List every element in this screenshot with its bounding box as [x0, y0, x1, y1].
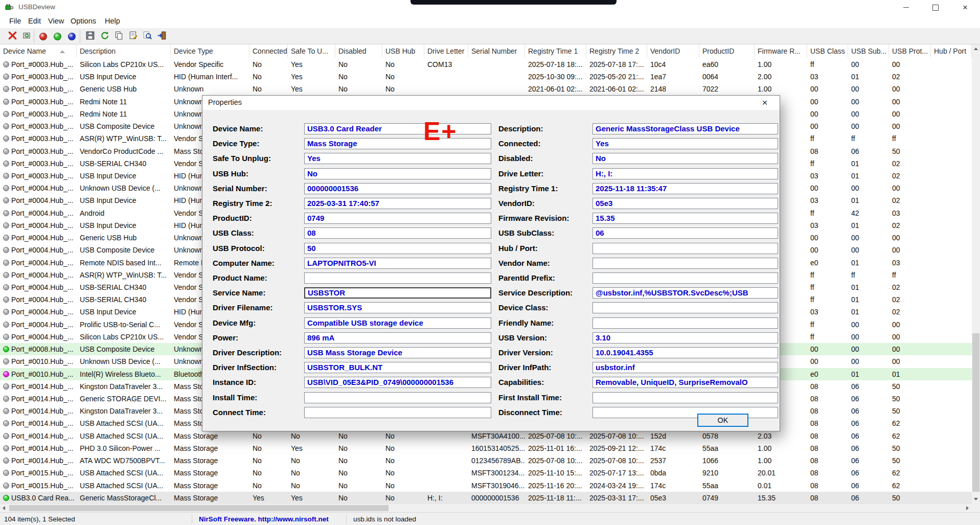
dialog-field-device-mfg-[interactable]: Compatible USB storage device: [304, 317, 491, 329]
dialog-field-device-type-[interactable]: Mass Storage: [304, 138, 491, 149]
column-header-serial-number[interactable]: Serial Number: [468, 44, 525, 58]
toolbar-refresh-button[interactable]: [98, 31, 110, 42]
column-header-productid[interactable]: ProductID: [699, 44, 755, 58]
dialog-field-usb-class-[interactable]: 08: [304, 227, 491, 239]
cell-8: MSFT3001234...: [468, 467, 525, 479]
dialog-field-safe-to-unplug-[interactable]: Yes: [304, 153, 491, 164]
toolbar-red-ball-button[interactable]: [37, 31, 49, 42]
dialog-field-friendly-name-[interactable]: [592, 317, 778, 329]
toolbar-restart-device-button[interactable]: [20, 31, 33, 42]
dialog-field-service-name-[interactable]: USBSTOR: [304, 287, 491, 299]
column-header-usb-class[interactable]: USB Class: [807, 44, 848, 58]
column-header-drive-letter[interactable]: Drive Letter: [424, 44, 468, 58]
dialog-field-drive-letter-[interactable]: H:, I:: [592, 168, 778, 179]
maximize-button[interactable]: [921, 0, 950, 15]
dialog-field-device-class-[interactable]: [592, 302, 778, 313]
column-header-device-name[interactable]: Device Name: [0, 44, 77, 58]
horizontal-scroll-thumb[interactable]: [9, 505, 389, 511]
dialog-field-disabled-[interactable]: No: [592, 153, 778, 164]
dialog-field-driver-version-[interactable]: 10.0.19041.4355: [592, 347, 778, 358]
toolbar-uninstall-x-button[interactable]: [6, 31, 18, 42]
dialog-field-connected-[interactable]: Yes: [592, 138, 778, 149]
column-header-device-type[interactable]: Device Type: [171, 44, 249, 58]
status-nirsoft-link[interactable]: NirSoft Freeware. http://www.nirsoft.net: [199, 513, 329, 525]
dialog-field-service-description-[interactable]: @usbstor.inf,%USBSTOR.SvcDesc%;USB: [592, 287, 778, 299]
dialog-field-parentid-prefix-[interactable]: [592, 272, 778, 284]
column-header-usb-sub-[interactable]: USB Sub...: [848, 44, 889, 58]
dialog-field-device-name-[interactable]: USB3.0 Card Reader: [304, 123, 491, 134]
vertical-scroll-thumb[interactable]: [972, 333, 979, 492]
column-header-disabled[interactable]: Disabled: [335, 44, 382, 58]
column-header-registry-time-2[interactable]: Registry Time 2: [586, 44, 647, 58]
dialog-field-registry-time-2-[interactable]: 2025-03-31 17:40:57: [304, 198, 491, 209]
horizontal-scrollbar[interactable]: [0, 504, 972, 512]
dialog-field-install-time-[interactable]: [304, 392, 491, 403]
column-header-usb-prot-[interactable]: USB Prot...: [889, 44, 931, 58]
column-header-connected[interactable]: Connected: [249, 44, 288, 58]
dialog-field-driver-infpath-[interactable]: usbstor.inf: [592, 362, 778, 373]
dialog-field-driver-infsection-[interactable]: USBSTOR_BULK.NT: [304, 362, 491, 373]
column-header-firmware-r-[interactable]: Firmware R...: [755, 44, 807, 58]
dialog-field-firmware-revision-[interactable]: 15.35: [592, 213, 778, 224]
dialog-field-usb-hub-[interactable]: No: [304, 168, 491, 179]
table-row[interactable]: Port_#0014.Hub_...USB Attached SCSI (UA.…: [0, 430, 972, 442]
scroll-right-icon[interactable]: [966, 506, 969, 510]
dialog-field-computer-name-[interactable]: LAPTOPNITRO5-VI: [304, 258, 491, 269]
toolbar-properties-button[interactable]: [127, 31, 139, 42]
toolbar-blue-ball-button[interactable]: [65, 31, 78, 42]
dialog-field-productid-[interactable]: 0749: [304, 213, 491, 224]
toolbar-save-button[interactable]: [84, 31, 96, 42]
column-header-registry-time-1[interactable]: Registry Time 1: [525, 44, 586, 58]
dialog-field-driver-description-[interactable]: USB Mass Storage Device: [304, 347, 491, 358]
dialog-field-serial-number-[interactable]: 000000001536: [304, 183, 491, 194]
dialog-field-usb-subclass-[interactable]: 06: [592, 227, 778, 239]
minimize-button[interactable]: [891, 0, 921, 15]
table-row[interactable]: Port_#0014.Hub_...PHD 3.0 Silicon-Power …: [0, 442, 972, 454]
toolbar-copy-button[interactable]: [112, 31, 125, 42]
dialog-field-product-name-[interactable]: [304, 272, 491, 284]
cell-10: 2025-07-18 17:...: [586, 58, 647, 71]
table-row[interactable]: USB3.0 Card Rea...Generic MassStorageCl.…: [0, 492, 972, 504]
menu-item-edit[interactable]: Edit: [25, 16, 44, 28]
table-row[interactable]: Port_#0014.Hub_...ATA WDC WD7500BPVT...M…: [0, 454, 972, 467]
column-header-safe-to-u-[interactable]: Safe To U...: [288, 44, 335, 58]
table-row[interactable]: Port_#0003.Hub_...Generic USB HubUnknown…: [0, 83, 972, 95]
column-header-description[interactable]: Description: [77, 44, 171, 58]
dialog-field-capabilities-[interactable]: Removable, UniqueID, SurpriseRemovalO: [592, 377, 778, 388]
dialog-field-connect-time-[interactable]: [304, 407, 491, 418]
ok-button[interactable]: OK: [697, 414, 748, 427]
vertical-scrollbar[interactable]: [972, 44, 980, 504]
menu-item-help[interactable]: Help: [102, 16, 123, 28]
dialog-field-instance-id-[interactable]: USB\VID_05E3&PID_0749\000000001536: [304, 377, 491, 388]
dialog-field-usb-protocol-[interactable]: 50: [304, 243, 491, 254]
toolbar-exit-button[interactable]: [155, 31, 168, 42]
dialog-field-registry-time-1-[interactable]: 2025-11-18 11:35:47: [592, 183, 778, 194]
cell-7: H:, I:: [424, 492, 468, 504]
dialog-field-vendorid-[interactable]: 05e3: [592, 198, 778, 209]
dialog-field-vendor-name-[interactable]: [592, 258, 778, 269]
dialog-field-driver-filename-[interactable]: USBSTOR.SYS: [304, 302, 491, 313]
dialog-close-button[interactable]: ×: [757, 97, 772, 109]
close-button[interactable]: ×: [950, 0, 980, 15]
scroll-down-icon[interactable]: [974, 498, 978, 500]
dialog-field-power-[interactable]: 896 mA: [304, 332, 491, 344]
column-header-hub-port[interactable]: Hub / Port: [931, 44, 972, 58]
dialog-field-description-[interactable]: Generic MassStorageClass USB Device: [592, 123, 778, 134]
column-header-vendorid[interactable]: VendorID: [647, 44, 699, 58]
menu-item-view[interactable]: View: [45, 16, 67, 28]
dialog-field-disconnect-time-[interactable]: [592, 407, 778, 418]
dialog-field-hub-port-[interactable]: [592, 243, 778, 254]
toolbar-green-ball-button[interactable]: [51, 31, 63, 42]
table-row[interactable]: Port_#0015.Hub_...USB Attached SCSI (UA.…: [0, 467, 972, 479]
table-row[interactable]: Port_#0003.Hub_...Silicon Labs CP210x US…: [0, 58, 972, 71]
scroll-up-icon[interactable]: [974, 48, 978, 50]
menu-item-options[interactable]: Options: [67, 16, 99, 28]
column-header-usb-hub[interactable]: USB Hub: [382, 44, 424, 58]
dialog-field-usb-version-[interactable]: 3.10: [592, 332, 778, 344]
dialog-field-first-install-time-[interactable]: [592, 392, 778, 403]
table-row[interactable]: Port_#0015.Hub_...USB Attached SCSI (UA.…: [0, 480, 972, 492]
toolbar-find-button[interactable]: [141, 31, 153, 42]
scroll-left-icon[interactable]: [3, 506, 5, 510]
table-row[interactable]: Port_#0003.Hub_...USB Input DeviceHID (H…: [0, 71, 972, 83]
menu-item-file[interactable]: File: [6, 16, 24, 28]
